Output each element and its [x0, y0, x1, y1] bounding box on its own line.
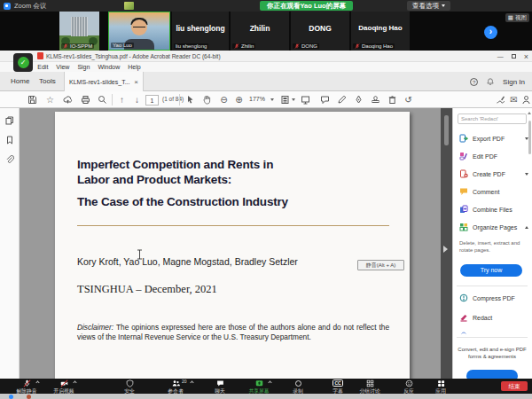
envelope-icon[interactable]: ✉: [508, 94, 520, 106]
tool-comment[interactable]: Comment: [459, 184, 528, 199]
tool-edit-pdf[interactable]: Edit PDF: [459, 149, 528, 163]
panel-collapse-arrow-icon[interactable]: [443, 246, 448, 253]
acrobat-window: KLMS-rev1-slides_Tsinghua.pdf - Adobe Ac…: [0, 51, 532, 379]
minimize-button[interactable]: —: [497, 53, 504, 59]
view-layout-label: 视图: [515, 13, 527, 22]
end-meeting-button[interactable]: 结束: [501, 381, 528, 391]
next-page-icon[interactable]: ↓: [131, 94, 143, 106]
participant-name-label: IO-SPPM: [61, 43, 94, 49]
mic-muted-icon: [63, 43, 68, 49]
hand-tool-icon[interactable]: [201, 94, 213, 106]
tool-compress-pdf[interactable]: Compress PDF: [459, 291, 528, 305]
mic-muted-icon: [294, 43, 300, 49]
zoom-dropdown-icon[interactable]: [270, 98, 274, 101]
reading-mode-icon[interactable]: [300, 94, 311, 106]
panel-scroll-up-icon[interactable]: [528, 112, 531, 114]
account-person-icon[interactable]: [520, 94, 532, 106]
mic-off-icon: [23, 379, 31, 387]
scrollbar-thumb[interactable]: [444, 115, 449, 145]
menu-sign[interactable]: Sign: [77, 64, 90, 70]
zoom-out-icon[interactable]: ⊖: [218, 94, 230, 106]
delete-tool-icon[interactable]: [387, 94, 398, 106]
building-photo: [71, 17, 88, 36]
acrobat-menubar: File Edit View Sign Window Help: [0, 62, 532, 72]
taskbar-app-icon[interactable]: [27, 395, 31, 399]
sign-in-button[interactable]: Sign In: [503, 78, 525, 86]
stamp-tool-icon[interactable]: [370, 94, 381, 106]
zoom-app-icon: [4, 3, 11, 10]
chevron-up-icon: [268, 380, 271, 384]
fill-sign-pencil-icon[interactable]: [336, 94, 348, 106]
menu-window[interactable]: Window: [98, 64, 120, 70]
notifications-bell-icon[interactable]: [487, 78, 494, 85]
participant-display-name: Zhilin: [231, 24, 289, 33]
previous-page-icon[interactable]: ↑: [116, 94, 128, 106]
menu-view[interactable]: View: [56, 64, 69, 70]
tool-redact[interactable]: Redact: [459, 310, 528, 325]
page-count-label: (1 of 84): [162, 96, 184, 102]
comment-tool-icon[interactable]: [319, 94, 331, 106]
tab-close-icon[interactable]: ×: [134, 78, 138, 86]
slide-title-line1: Imperfect Competition and Rents in: [77, 158, 273, 171]
tool-combine-files[interactable]: Combine Files: [459, 202, 528, 216]
participant-tile[interactable]: Daoqing Hao Daoqing Hao: [351, 12, 410, 51]
next-participants-button[interactable]: ›: [484, 26, 497, 39]
panel-divider[interactable]: [441, 108, 452, 379]
document-canvas[interactable]: Imperfect Competition and Rents in Labor…: [20, 108, 441, 379]
chevron-up-icon: [35, 380, 39, 384]
tab-document[interactable]: KLMS-rev1-slides_T... ×: [64, 72, 144, 91]
tool-export-pdf[interactable]: Export PDF: [459, 131, 528, 145]
tools-search-input[interactable]: [458, 113, 527, 124]
titlebar-badge-icon: [124, 2, 134, 10]
sign-nib-icon[interactable]: [353, 94, 364, 106]
page-thumbnails-icon[interactable]: [5, 116, 14, 125]
tool-create-pdf[interactable]: Create PDF: [459, 167, 528, 181]
tab-tools[interactable]: Tools: [35, 72, 59, 91]
divider: [179, 94, 180, 106]
page-display-icon[interactable]: [279, 94, 291, 106]
menu-edit[interactable]: Edit: [37, 64, 48, 70]
redact-icon: [459, 313, 468, 322]
shield-icon: [126, 379, 134, 387]
panel-scrollbar[interactable]: [528, 121, 531, 154]
zoom-titlebar: Zoom 会议 你正在观看Yao Luo的屏幕 查看选项: [0, 0, 532, 12]
try-now-button[interactable]: Try now: [460, 264, 522, 277]
signature-pen-icon[interactable]: [495, 94, 506, 106]
share-cloud-icon[interactable]: [62, 94, 74, 106]
participant-tile[interactable]: liu shenglong liu shenglong: [172, 12, 229, 51]
save-icon[interactable]: [27, 94, 38, 106]
divider: [457, 286, 528, 286]
page-number-input[interactable]: 1: [145, 95, 159, 106]
zoom-in-icon[interactable]: ⊕: [233, 94, 245, 106]
acrobat-toolbar: ☆ ↑ ↓ 1 (1 of 84) ⊖ ⊕ 177% ↺: [0, 91, 532, 108]
tab-home[interactable]: Home: [7, 72, 33, 91]
menu-help[interactable]: Help: [128, 64, 140, 70]
participant-tile-active-speaker[interactable]: Yao Luo: [108, 12, 170, 51]
help-icon[interactable]: ?: [470, 78, 478, 86]
close-button[interactable]: ×: [524, 52, 528, 61]
print-icon[interactable]: [80, 94, 91, 106]
export-pdf-icon: [459, 134, 468, 143]
search-icon[interactable]: [97, 94, 108, 106]
view-layout-button[interactable]: ▦ 视图: [505, 13, 529, 22]
maximize-button[interactable]: [512, 54, 516, 59]
watching-banner: 你正在观看Yao Luo的屏幕: [260, 1, 353, 11]
select-tool-icon[interactable]: [184, 94, 196, 106]
acrobat-titlebar[interactable]: KLMS-rev1-slides_Tsinghua.pdf - Adobe Ac…: [0, 51, 532, 62]
panel-footer-text: Convert, edit and e-sign PDF forms & agr…: [458, 346, 527, 361]
participant-tile[interactable]: Zhilin Zhilin: [231, 12, 289, 51]
favorites-star-icon[interactable]: ☆: [44, 94, 56, 106]
taskbar-zoom-icon[interactable]: [9, 395, 13, 399]
redo-loop-icon[interactable]: ↺: [403, 94, 414, 106]
participant-tile[interactable]: DONG DONG: [291, 12, 349, 51]
page-display-dropdown-icon[interactable]: [292, 98, 295, 101]
chevron-up-icon: [73, 380, 76, 384]
share-screen-icon: [255, 379, 263, 387]
tool-organize-pages[interactable]: Organize Pages: [459, 220, 528, 234]
attachments-paperclip-icon[interactable]: [5, 155, 14, 164]
bookmarks-icon[interactable]: [5, 136, 14, 145]
zoom-level-value[interactable]: 177%: [249, 96, 265, 102]
view-options-button[interactable]: 查看选项: [407, 1, 450, 11]
participant-name-label: Daoqing Hao: [353, 43, 395, 49]
participant-tile[interactable]: IO-SPPM: [59, 12, 99, 51]
